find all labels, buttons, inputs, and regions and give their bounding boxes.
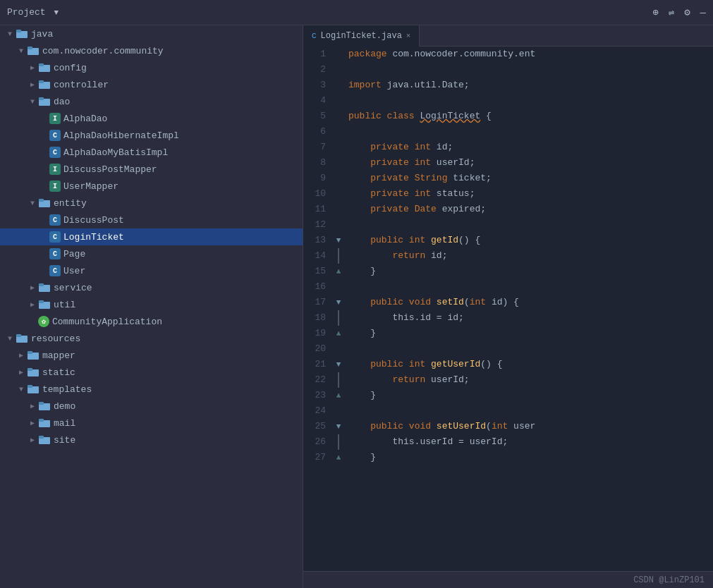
tree-item-label: AlphaDaoMyBatisImpl	[63, 147, 168, 158]
sidebar-item-mapper[interactable]: ▶mapper	[0, 347, 303, 364]
split-icon[interactable]: ⇌	[669, 6, 674, 18]
collapse-arrow-icon[interactable]: ▼	[336, 298, 341, 307]
folder-icon	[27, 45, 39, 56]
line-number: 25	[309, 419, 326, 434]
sidebar-item-demo[interactable]: ▶demo	[0, 398, 303, 415]
line-numbers: 1234567891011121314151617181920212223242…	[303, 47, 331, 571]
gutter-mark	[331, 279, 346, 295]
code-line: }	[348, 326, 713, 341]
svg-rect-19	[28, 351, 32, 354]
sidebar-item-util[interactable]: ▶util	[0, 296, 303, 313]
code-line: this.userId = userId;	[348, 434, 713, 450]
sidebar-item-site[interactable]: ▶site	[0, 431, 303, 448]
collapse-arrow-icon[interactable]: ▼	[336, 422, 341, 431]
sidebar-item-DiscussPostMapper[interactable]: IDiscussPostMapper	[0, 161, 303, 178]
code-line: return userId;	[348, 372, 713, 388]
code-line	[348, 93, 713, 109]
svg-rect-11	[39, 199, 44, 202]
tree-arrow: ▶	[27, 80, 38, 89]
sidebar-item-controller[interactable]: ▶controller	[0, 76, 303, 93]
folder-icon	[38, 96, 51, 107]
gutter-mark	[331, 248, 346, 264]
code-line: private int status;	[348, 186, 713, 202]
code-line	[348, 279, 713, 295]
gutter-mark	[331, 310, 346, 326]
top-bar: Project ▼ ⊕ ⇌ ⚙ —	[0, 0, 713, 25]
folder-icon	[38, 79, 51, 90]
spring-icon: ✿	[38, 316, 49, 327]
tree-item-label: User	[63, 266, 85, 276]
code-line	[348, 341, 713, 357]
svg-rect-25	[39, 402, 44, 405]
line-number: 20	[309, 341, 326, 357]
minimize-icon[interactable]: —	[700, 7, 706, 18]
sidebar-item-com.nowcoder.community[interactable]: ▼com.nowcoder.community	[0, 42, 303, 59]
tree-arrow: ▼	[4, 335, 16, 343]
gutter-mark	[331, 62, 346, 78]
sidebar-item-mail[interactable]: ▶mail	[0, 415, 303, 431]
sidebar-item-templates[interactable]: ▼templates	[0, 381, 303, 398]
line-number: 9	[309, 171, 326, 186]
method-bar	[338, 434, 339, 450]
folder-icon	[38, 62, 51, 73]
line-number: 10	[309, 186, 326, 202]
tab-label: LoginTicket.java	[321, 31, 402, 41]
tree-arrow: ▼	[16, 386, 27, 393]
sidebar-item-static[interactable]: ▶static	[0, 364, 303, 381]
gutter-mark: ▼	[331, 419, 346, 434]
tree-item-label: java	[31, 29, 53, 39]
tab-close-icon[interactable]: ×	[406, 32, 411, 40]
line-number: 2	[309, 62, 326, 78]
sidebar-item-entity[interactable]: ▼entity	[0, 195, 303, 212]
close-bracket-icon: ▲	[336, 391, 341, 400]
line-number: 27	[309, 450, 326, 465]
gutter-mark	[331, 403, 346, 419]
tree-item-label: resources	[31, 333, 80, 344]
line-number: 6	[309, 124, 326, 140]
settings-icon[interactable]: ⚙	[684, 6, 690, 18]
tree-item-label: DiscussPostMapper	[63, 164, 157, 175]
line-number: 5	[309, 109, 326, 124]
sidebar-item-AlphaDaoHibernateImpl[interactable]: CAlphaDaoHibernateImpl	[0, 127, 303, 144]
sidebar-item-service[interactable]: ▶service	[0, 279, 303, 296]
line-number: 18	[309, 310, 326, 326]
sidebar-item-LoginTicket[interactable]: CLoginTicket	[0, 228, 303, 245]
line-number: 13	[309, 233, 326, 248]
sidebar-item-resources[interactable]: ▼resources	[0, 330, 303, 347]
sidebar-item-java[interactable]: ▼java	[0, 25, 303, 42]
folder-icon	[27, 350, 39, 361]
folder-icon	[16, 333, 28, 344]
method-bar	[338, 372, 339, 388]
line-number: 12	[309, 217, 326, 233]
gutter-mark: ▼	[331, 295, 346, 310]
code-line	[348, 217, 713, 233]
code-line: private int userId;	[348, 155, 713, 171]
code-editor[interactable]: 1234567891011121314151617181920212223242…	[303, 47, 713, 571]
sidebar-item-Page[interactable]: CPage	[0, 245, 303, 262]
collapse-arrow-icon[interactable]: ▼	[336, 360, 341, 369]
tree-item-label: CommunityApplication	[52, 317, 162, 327]
code-line: }	[348, 388, 713, 403]
tree-item-label: mapper	[42, 350, 75, 361]
sidebar-item-AlphaDaoMyBatisImpl[interactable]: CAlphaDaoMyBatisImpl	[0, 144, 303, 161]
code-line	[348, 403, 713, 419]
class-icon: C	[49, 265, 61, 276]
gutter-mark	[331, 155, 346, 171]
sidebar-item-CommunityApplication[interactable]: ✿CommunityApplication	[0, 313, 303, 330]
method-bar	[338, 310, 339, 326]
sidebar-item-config[interactable]: ▶config	[0, 59, 303, 76]
line-number: 3	[309, 78, 326, 93]
globe-icon[interactable]: ⊕	[652, 6, 658, 18]
sidebar-item-dao[interactable]: ▼dao	[0, 93, 303, 110]
project-title: Project	[7, 7, 46, 18]
tree-item-label: util	[54, 300, 75, 310]
folder-icon	[16, 28, 28, 39]
sidebar-item-UserMapper[interactable]: IUserMapper	[0, 178, 303, 195]
collapse-arrow-icon[interactable]: ▼	[336, 236, 341, 245]
sidebar-item-User[interactable]: CUser	[0, 262, 303, 279]
gutter-mark	[331, 140, 346, 155]
line-number: 22	[309, 372, 326, 388]
sidebar-item-AlphaDao[interactable]: IAlphaDao	[0, 110, 303, 127]
sidebar-item-DiscussPost[interactable]: CDiscussPost	[0, 212, 303, 228]
tab-loginticket[interactable]: C LoginTicket.java ×	[303, 25, 420, 47]
